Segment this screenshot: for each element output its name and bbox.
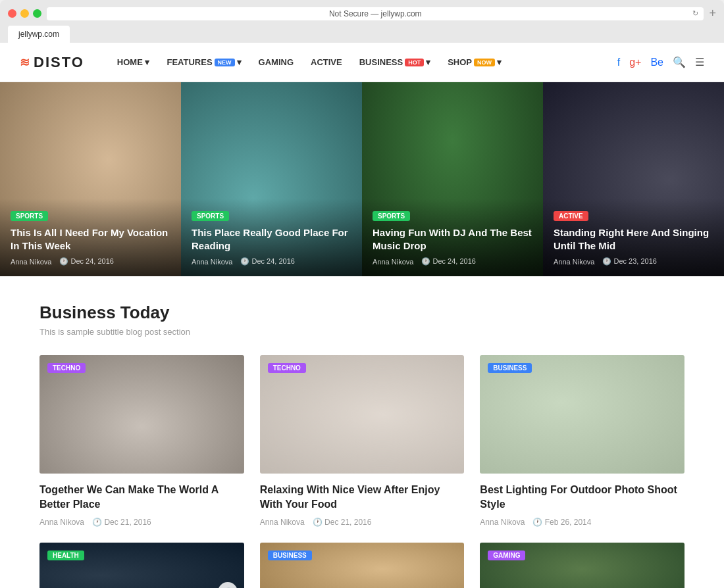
sound-button[interactable]: 🔊 — [218, 582, 238, 588]
bottom-card-2[interactable]: GAMING — [480, 543, 685, 588]
hero-meta: Anna Nikova 🕐 Dec 24, 2016 — [192, 257, 351, 266]
hero-title: Standing Right Here And Singing Until Th… — [554, 226, 713, 252]
header-icons: f g+ Be 🔍 ☰ — [617, 56, 704, 68]
google-plus-icon[interactable]: g+ — [629, 57, 641, 68]
card-title: Together We Can Make The World A Better … — [39, 483, 244, 511]
browser-tab[interactable]: jellywp.com — [8, 26, 70, 43]
hero-date: 🕐 Dec 24, 2016 — [421, 257, 476, 266]
hero-overlay: SPORTS Having Fun With DJ And The Best M… — [362, 199, 543, 276]
hero-author: Anna Nikova — [192, 258, 232, 266]
card-author: Anna Nikova — [480, 518, 525, 527]
bottom-card-image: BUSINESS — [260, 543, 465, 588]
nav-active[interactable]: ACTIVE — [304, 53, 349, 71]
logo-icon: ≋ — [20, 55, 30, 70]
hero-author: Anna Nikova — [11, 258, 51, 266]
behance-icon[interactable]: Be — [650, 57, 663, 68]
bottom-card-1[interactable]: BUSINESS — [260, 543, 465, 588]
business-badge: HOT — [405, 59, 424, 66]
hero-item-2[interactable]: SPORTS Having Fun With DJ And The Best M… — [362, 82, 543, 276]
blog-section: Business Today This is sample subtitle b… — [0, 276, 724, 588]
blog-card-1[interactable]: TECHNO Relaxing With Nice View After Enj… — [260, 355, 465, 527]
card-image: TECHNO — [260, 355, 465, 474]
menu-icon[interactable]: ☰ — [695, 56, 704, 68]
hero-title: Having Fun With DJ And The Best Music Dr… — [373, 226, 532, 252]
hero-category: SPORTS — [192, 211, 229, 221]
hero-item-1[interactable]: SPORTS This Place Really Good Place For … — [181, 82, 362, 276]
browser-chrome: Not Secure — jellywp.com ↻ + jellywp.com — [0, 0, 724, 43]
hero-category: SPORTS — [373, 211, 410, 221]
hero-title: This Is All I Need For My Vocation In Th… — [11, 226, 170, 252]
bottom-card-grid: HEALTH 🔊 BUSINESS GAMING — [39, 543, 685, 588]
card-date: 🕐 Dec 21, 2016 — [92, 518, 151, 527]
card-author: Anna Nikova — [39, 518, 84, 527]
card-title: Best Lighting For Outdoor Photo Shoot St… — [480, 483, 685, 511]
nav-features[interactable]: FEATURES NEW ▾ — [160, 53, 247, 71]
minimize-button[interactable] — [20, 9, 29, 18]
card-title: Relaxing With Nice View After Enjoy With… — [260, 483, 465, 511]
url-text: Not Secure — jellywp.com — [329, 9, 422, 18]
bottom-card-category: GAMING — [488, 551, 525, 560]
new-tab-button[interactable]: + — [709, 7, 716, 20]
card-image: BUSINESS — [480, 355, 685, 474]
bottom-card-0[interactable]: HEALTH 🔊 — [39, 543, 244, 588]
card-category: BUSINESS — [488, 363, 532, 373]
maximize-button[interactable] — [33, 9, 41, 18]
bottom-card-category: HEALTH — [47, 551, 84, 560]
hero-grid: SPORTS This Is All I Need For My Vocatio… — [0, 82, 724, 276]
card-date: 🕐 Feb 26, 2014 — [532, 518, 591, 527]
section-subtitle: This is sample subtitle blog post sectio… — [39, 327, 685, 337]
card-author: Anna Nikova — [260, 518, 305, 527]
hero-date: 🕐 Dec 24, 2016 — [59, 257, 114, 266]
hero-meta: Anna Nikova 🕐 Dec 23, 2016 — [554, 257, 713, 266]
close-button[interactable] — [8, 9, 16, 18]
address-bar[interactable]: Not Secure — jellywp.com ↻ — [47, 7, 704, 20]
hero-overlay: SPORTS This Is All I Need For My Vocatio… — [0, 199, 181, 276]
hero-date: 🕐 Dec 24, 2016 — [240, 257, 295, 266]
refresh-icon[interactable]: ↻ — [692, 9, 698, 18]
nav-shop[interactable]: SHOP NOW ▾ — [441, 53, 508, 71]
hero-category: SPORTS — [11, 211, 48, 221]
blog-card-2[interactable]: BUSINESS Best Lighting For Outdoor Photo… — [480, 355, 685, 527]
hero-title: This Place Really Good Place For Reading — [192, 226, 351, 252]
main-nav: HOME ▾ FEATURES NEW ▾ GAMING ACTIVE BUSI… — [111, 53, 617, 71]
card-image: TECHNO — [39, 355, 244, 474]
hero-meta: Anna Nikova 🕐 Dec 24, 2016 — [11, 257, 170, 266]
search-icon[interactable]: 🔍 — [673, 56, 686, 68]
card-meta: Anna Nikova 🕐 Feb 26, 2014 — [480, 518, 685, 527]
nav-home[interactable]: HOME ▾ — [111, 53, 157, 71]
hero-meta: Anna Nikova 🕐 Dec 24, 2016 — [373, 257, 532, 266]
hero-category: ACTIVE — [554, 211, 588, 221]
nav-gaming[interactable]: GAMING — [252, 53, 300, 71]
facebook-icon[interactable]: f — [617, 57, 620, 68]
traffic-lights — [8, 9, 41, 18]
website: ≋ DISTO HOME ▾ FEATURES NEW ▾ GAMING ACT… — [0, 43, 724, 588]
card-category: TECHNO — [47, 363, 86, 373]
card-grid: TECHNO Together We Can Make The World A … — [39, 355, 685, 527]
shop-badge: NOW — [474, 59, 495, 66]
hero-author: Anna Nikova — [373, 258, 413, 266]
card-meta: Anna Nikova 🕐 Dec 21, 2016 — [39, 518, 244, 527]
card-meta: Anna Nikova 🕐 Dec 21, 2016 — [260, 518, 465, 527]
site-header: ≋ DISTO HOME ▾ FEATURES NEW ▾ GAMING ACT… — [0, 43, 724, 82]
hero-item-0[interactable]: SPORTS This Is All I Need For My Vocatio… — [0, 82, 181, 276]
hero-date: 🕐 Dec 23, 2016 — [602, 257, 657, 266]
logo-text: DISTO — [34, 54, 84, 71]
card-date: 🕐 Dec 21, 2016 — [313, 518, 372, 527]
nav-business[interactable]: BUSINESS HOT ▾ — [353, 53, 437, 71]
hero-overlay: SPORTS This Place Really Good Place For … — [181, 199, 362, 276]
blog-card-0[interactable]: TECHNO Together We Can Make The World A … — [39, 355, 244, 527]
features-badge: NEW — [215, 59, 235, 66]
section-title: Business Today — [39, 303, 685, 323]
bottom-card-category: BUSINESS — [268, 551, 312, 560]
hero-item-3[interactable]: ACTIVE Standing Right Here And Singing U… — [543, 82, 724, 276]
logo[interactable]: ≋ DISTO — [20, 54, 84, 71]
card-category: TECHNO — [268, 363, 306, 373]
hero-overlay: ACTIVE Standing Right Here And Singing U… — [543, 199, 724, 276]
bottom-card-image: HEALTH 🔊 — [39, 543, 244, 588]
bottom-card-image: GAMING — [480, 543, 685, 588]
hero-author: Anna Nikova — [554, 258, 594, 266]
